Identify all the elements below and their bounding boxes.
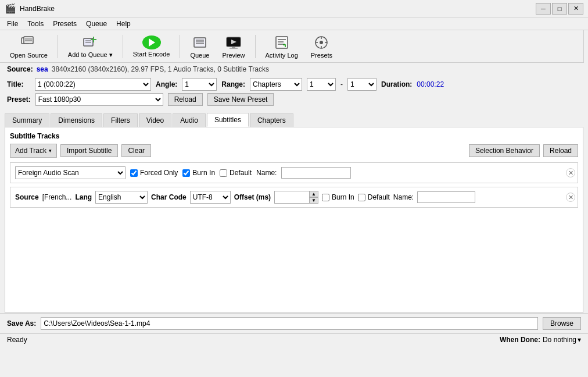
title-label: Title: [7, 80, 30, 88]
preview-button[interactable]: Preview [217, 33, 250, 61]
reload-subtitles-button[interactable]: Reload [543, 144, 578, 157]
reload-preset-button[interactable]: Reload [168, 93, 203, 106]
clear-button[interactable]: Clear [121, 144, 151, 157]
svg-rect-1 [24, 37, 33, 44]
tab-subtitles[interactable]: Subtitles [207, 113, 249, 127]
lang-select-2[interactable]: English [95, 191, 148, 204]
lang-label-2: Lang [75, 193, 92, 201]
queue-icon [192, 34, 208, 51]
close-button[interactable]: ✕ [568, 3, 583, 15]
start-encode-label: Start Encode [133, 51, 170, 58]
title-select[interactable]: 1 (00:00:22) [35, 78, 151, 91]
app-icon: 🎬 [5, 3, 16, 14]
browse-button[interactable]: Browse [543, 317, 581, 330]
name-input-1[interactable] [281, 167, 351, 179]
menu-bar: File Tools Presets Queue Help [0, 17, 588, 30]
import-subtitle-button[interactable]: Import Subtitle [60, 144, 118, 157]
presets-button[interactable]: Presets [306, 33, 338, 61]
tab-video[interactable]: Video [139, 113, 171, 127]
chapter-dash: - [340, 80, 343, 88]
queue-button[interactable]: Queue [185, 33, 214, 61]
duration-label: Duration: [381, 80, 412, 88]
tab-chapters[interactable]: Chapters [250, 113, 293, 127]
angle-select[interactable]: 1 [182, 78, 217, 91]
minimize-button[interactable]: ─ [536, 3, 551, 15]
selection-behavior-button[interactable]: Selection Behavior [469, 144, 540, 157]
default-label-2: Default [368, 193, 390, 201]
default-group-2[interactable]: Default [358, 193, 390, 201]
tab-dimensions[interactable]: Dimensions [51, 113, 102, 127]
menu-presets[interactable]: Presets [48, 19, 81, 29]
maximize-button[interactable]: □ [552, 3, 567, 15]
burn-in-group-2[interactable]: Burn In [322, 193, 354, 201]
when-done-area: When Done: Do nothing ▾ [500, 336, 581, 344]
forced-only-group[interactable]: Forced Only [130, 169, 178, 177]
save-as-label: Save As: [7, 319, 36, 328]
tab-filters[interactable]: Filters [103, 113, 138, 127]
separator-4 [255, 35, 256, 58]
app-title: HandBrake [20, 5, 55, 13]
burn-in-label-1: Burn In [192, 169, 215, 177]
save-as-input[interactable] [41, 317, 538, 330]
forced-only-checkbox[interactable] [130, 169, 138, 177]
source-label: Source: [7, 65, 33, 73]
close-track-1-button[interactable]: ✕ [566, 168, 575, 177]
toolbar-scrollbar [583, 30, 588, 63]
burn-in-checkbox-2[interactable] [322, 194, 329, 201]
close-track-2-button[interactable]: ✕ [566, 193, 575, 202]
svg-rect-17 [276, 37, 288, 48]
charcode-select-2[interactable]: UTF-8 [190, 191, 231, 204]
tab-audio[interactable]: Audio [173, 113, 206, 127]
activity-log-button[interactable]: Activity Log [260, 33, 303, 61]
open-source-label: Open Source [10, 52, 48, 59]
menu-queue[interactable]: Queue [81, 19, 112, 29]
play-triangle-icon [149, 38, 155, 47]
save-new-preset-button[interactable]: Save New Preset [207, 93, 274, 106]
when-done-arrow: ▾ [578, 336, 581, 344]
track-row-1: Foreign Audio Scan Forced Only Burn In D… [10, 162, 578, 183]
forced-only-label: Forced Only [140, 169, 178, 177]
when-done-text: Do nothing [543, 336, 576, 344]
right-controls: Selection Behavior Reload [469, 144, 578, 157]
separator-2 [123, 35, 123, 58]
offset-down-button[interactable]: ▼ [309, 197, 318, 204]
offset-up-button[interactable]: ▲ [309, 191, 318, 197]
default-group-1[interactable]: Default [220, 169, 252, 177]
offset-spinner-buttons: ▲ ▼ [309, 191, 318, 204]
default-checkbox-1[interactable] [220, 169, 227, 177]
range-select[interactable]: Chapters [250, 78, 302, 91]
add-to-queue-label: Add to Queue ▾ [68, 51, 113, 59]
add-track-label: Add Track [15, 147, 46, 155]
chapter-to-select[interactable]: 1 [347, 78, 377, 91]
svg-rect-9 [194, 38, 206, 47]
title-bar: 🎬 HandBrake ─ □ ✕ [0, 0, 588, 17]
burn-in-group-1[interactable]: Burn In [182, 169, 215, 177]
charcode-label-2: Char Code [151, 193, 187, 201]
preset-label: Preset: [7, 95, 31, 104]
offset-label-2: Offset (ms) [234, 193, 271, 201]
add-to-queue-button[interactable]: Add to Queue ▾ [63, 33, 118, 61]
separator-3 [180, 35, 180, 58]
menu-help[interactable]: Help [112, 19, 135, 29]
tab-summary[interactable]: Summary [5, 113, 49, 127]
offset-input-2[interactable] [274, 191, 309, 204]
burn-in-label-2: Burn In [332, 193, 354, 201]
open-source-button[interactable]: Open Source [5, 33, 53, 61]
menu-file[interactable]: File [2, 19, 23, 29]
subtitle-controls: Add Track ▾ Import Subtitle Clear Select… [10, 144, 578, 158]
preset-select[interactable]: Fast 1080p30 [35, 93, 163, 106]
default-checkbox-2[interactable] [358, 194, 365, 201]
burn-in-checkbox-1[interactable] [182, 169, 190, 177]
chapter-from-select[interactable]: 1 [307, 78, 336, 91]
track-type-select-1[interactable]: Foreign Audio Scan [15, 166, 126, 179]
start-encode-button[interactable]: Start Encode [128, 33, 175, 61]
when-done-value[interactable]: Do nothing ▾ [543, 336, 581, 344]
preview-label: Preview [222, 52, 245, 59]
play-circle-icon [142, 35, 161, 49]
add-track-button[interactable]: Add Track ▾ [10, 144, 57, 158]
menu-tools[interactable]: Tools [23, 19, 48, 29]
name-input-2[interactable] [417, 191, 475, 203]
save-as-bar: Save As: Browse [0, 313, 588, 333]
title-bar-left: 🎬 HandBrake [5, 3, 55, 14]
source-name: sea [37, 65, 48, 73]
